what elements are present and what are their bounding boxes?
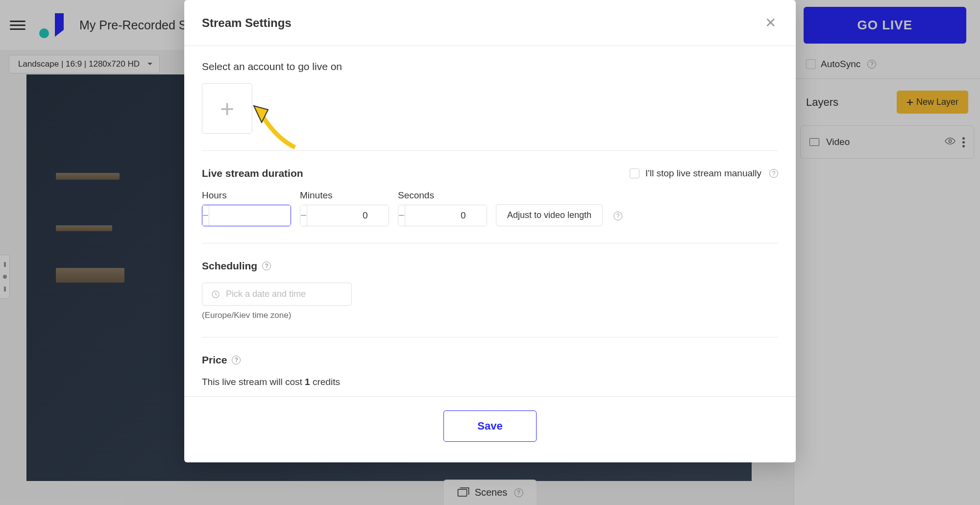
help-icon[interactable]: ? — [262, 262, 271, 270]
adjust-video-length-button[interactable]: Adjust to video length — [496, 204, 603, 226]
hours-input[interactable] — [209, 205, 291, 226]
seconds-input[interactable] — [405, 205, 487, 226]
hours-label: Hours — [202, 190, 291, 201]
minutes-decrement-button[interactable]: − — [300, 205, 307, 226]
account-section-label: Select an account to go live on — [202, 61, 778, 72]
duration-section-label: Live stream duration — [202, 168, 303, 179]
price-text: This live stream will cost 1 credits — [202, 377, 778, 387]
help-icon[interactable]: ? — [613, 212, 622, 220]
minutes-label: Minutes — [300, 190, 389, 201]
modal-title: Stream Settings — [202, 16, 292, 30]
manual-stop-row: I'll stop live stream manually ? — [630, 168, 778, 179]
close-icon[interactable]: ✕ — [763, 13, 778, 33]
manual-stop-checkbox[interactable] — [630, 168, 639, 178]
add-account-button[interactable]: + — [202, 83, 252, 134]
arrow-annotation-icon — [251, 101, 306, 154]
date-picker[interactable]: Pick a date and time — [202, 283, 352, 306]
help-icon[interactable]: ? — [769, 169, 778, 178]
minutes-input[interactable] — [307, 205, 389, 226]
minutes-stepper: − + — [300, 205, 389, 226]
seconds-label: Seconds — [398, 190, 487, 201]
clock-icon — [211, 290, 220, 299]
stream-settings-modal: Stream Settings ✕ Select an account to g… — [184, 0, 796, 462]
seconds-decrement-button[interactable]: − — [398, 205, 405, 226]
price-section-label: Price ? — [202, 354, 778, 366]
date-placeholder: Pick a date and time — [226, 289, 306, 299]
seconds-stepper: − + — [398, 205, 487, 226]
modal-footer: Save — [184, 396, 796, 462]
scheduling-section-label: Scheduling ? — [202, 260, 778, 272]
save-button[interactable]: Save — [443, 410, 536, 442]
hours-decrement-button[interactable]: − — [202, 205, 209, 226]
plus-icon: + — [220, 95, 234, 123]
modal-header: Stream Settings ✕ — [184, 0, 796, 46]
price-credits: 1 — [305, 377, 310, 387]
modal-overlay: Stream Settings ✕ Select an account to g… — [0, 0, 980, 505]
hours-stepper: − + — [202, 205, 291, 226]
manual-stop-label: I'll stop live stream manually — [645, 168, 761, 179]
timezone-note: (Europe/Kiev time zone) — [202, 311, 778, 320]
help-icon[interactable]: ? — [232, 356, 241, 364]
